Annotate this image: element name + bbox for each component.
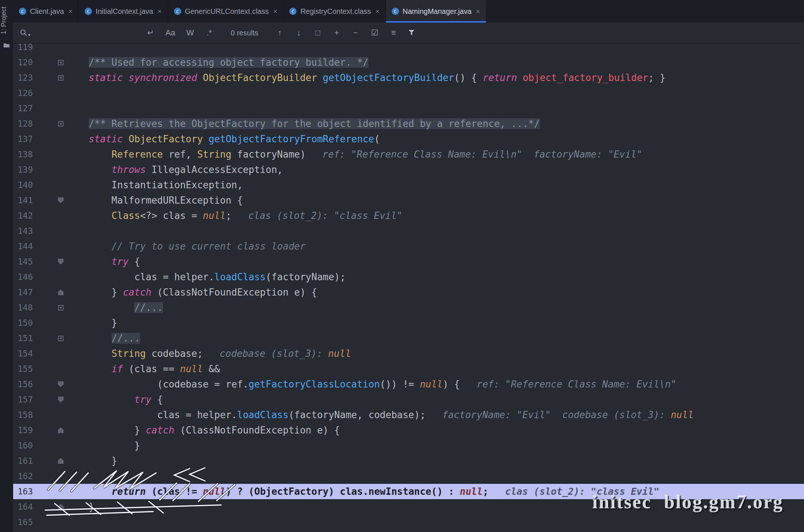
code-line[interactable]: 162 <box>13 469 804 484</box>
fold-down-icon[interactable] <box>33 259 89 265</box>
line-number[interactable]: 165 <box>13 517 33 527</box>
fold-plus-icon[interactable] <box>33 121 89 127</box>
line-number[interactable]: 138 <box>13 150 33 159</box>
code-line[interactable]: 155 if (clas == null && <box>13 361 804 377</box>
line-number[interactable]: 146 <box>13 272 33 282</box>
prev-occurrence-button[interactable]: ↑ <box>276 28 284 38</box>
new-line-icon[interactable]: ↵ <box>147 28 155 38</box>
fold-plus-icon[interactable] <box>33 75 89 81</box>
line-number[interactable]: 145 <box>13 257 33 266</box>
line-number[interactable]: 126 <box>13 88 33 98</box>
line-number[interactable]: 151 <box>13 334 33 343</box>
line-number[interactable]: 157 <box>13 395 33 404</box>
code-line[interactable]: 154 String codebase;codebase (slot_3): n… <box>13 346 804 361</box>
line-number[interactable]: 128 <box>13 119 33 128</box>
line-number[interactable]: 155 <box>13 364 33 374</box>
fold-up-icon[interactable] <box>33 289 89 295</box>
code-line[interactable]: 119 <box>13 43 804 55</box>
line-number[interactable]: 161 <box>13 456 33 466</box>
fold-down-icon[interactable] <box>33 381 89 387</box>
filter-icon[interactable] <box>408 30 415 36</box>
fold-down-icon[interactable] <box>33 197 89 203</box>
fold-down-icon[interactable] <box>33 397 89 402</box>
line-number[interactable]: 127 <box>13 104 33 113</box>
code-line[interactable]: 144 // Try to use current class loader <box>13 239 804 254</box>
code-line[interactable]: 145 try { <box>13 254 804 269</box>
code-line[interactable]: 161 } <box>13 453 804 469</box>
code-line[interactable]: 120/** Used for accessing object factory… <box>13 55 804 70</box>
line-number[interactable]: 160 <box>13 441 33 450</box>
code-line[interactable]: 137static ObjectFactory getObjectFactory… <box>13 131 804 147</box>
fold-plus-icon[interactable] <box>33 60 89 65</box>
code-line[interactable]: 160 } <box>13 438 804 453</box>
close-icon[interactable]: × <box>273 7 278 16</box>
line-number[interactable]: 158 <box>13 410 33 420</box>
line-number[interactable]: 119 <box>13 43 33 52</box>
code-line[interactable]: 140 InstantiationException, <box>13 177 804 193</box>
line-number[interactable]: 140 <box>13 180 33 190</box>
line-number[interactable]: 141 <box>13 196 33 205</box>
code-line[interactable]: 159 } catch (ClassNotFoundException e) { <box>13 423 804 438</box>
close-icon[interactable]: × <box>68 7 73 16</box>
add-occurrence-button[interactable]: + <box>333 28 341 38</box>
code-line[interactable]: 142 Class<?> clas = null;clas (slot_2): … <box>13 208 804 223</box>
close-icon[interactable]: × <box>476 7 480 16</box>
open-in-find-window-button[interactable]: □ <box>314 28 322 38</box>
code-line[interactable]: 148 //... <box>13 300 804 315</box>
tab-client-java[interactable]: CClient.java× <box>13 0 79 23</box>
line-number[interactable]: 147 <box>13 288 33 297</box>
line-number[interactable]: 120 <box>13 58 33 67</box>
remove-occurrence-button[interactable]: − <box>352 28 360 38</box>
line-number[interactable]: 154 <box>13 349 33 358</box>
fold-up-icon[interactable] <box>33 504 89 510</box>
code-line[interactable]: 157 try { <box>13 392 804 407</box>
match-case-button[interactable]: Aa <box>166 28 175 38</box>
code-line[interactable]: 146 clas = helper.loadClass(factoryName)… <box>13 269 804 285</box>
code-line[interactable]: 127 <box>13 101 804 116</box>
tab-initialcontext-java[interactable]: CInitialContext.java× <box>79 0 168 23</box>
project-stripe-label[interactable]: 1: Project <box>0 4 13 37</box>
code-line[interactable]: 165 <box>13 514 804 530</box>
code-line[interactable]: 156 (codebase = ref.getFactoryClassLocat… <box>13 377 804 392</box>
line-number[interactable]: 142 <box>13 211 33 220</box>
search-input[interactable] <box>36 25 147 41</box>
line-number[interactable]: 159 <box>13 425 33 435</box>
tab-registrycontext-class[interactable]: CRegistryContext.class× <box>283 0 386 23</box>
fold-plus-icon[interactable] <box>33 305 89 311</box>
line-number[interactable]: 156 <box>13 379 33 389</box>
code-line[interactable]: 143 <box>13 223 804 239</box>
next-occurrence-button[interactable]: ↓ <box>295 28 303 38</box>
code-line[interactable]: 150 } <box>13 315 804 331</box>
fold-plus-icon[interactable] <box>33 336 89 341</box>
code-line[interactable]: 151 //... <box>13 331 804 346</box>
code-line[interactable]: 158 clas = helper.loadClass(factoryName,… <box>13 407 804 423</box>
search-icon[interactable]: ▾ <box>20 29 31 37</box>
code-line[interactable]: 123static synchronized ObjectFactoryBuil… <box>13 70 804 85</box>
line-number[interactable]: 148 <box>13 303 33 312</box>
close-icon[interactable]: × <box>158 7 162 16</box>
match-words-button[interactable]: W <box>186 28 194 38</box>
regex-button[interactable]: .* <box>205 28 213 38</box>
line-number[interactable]: 137 <box>13 134 33 144</box>
code-line[interactable]: 126 <box>13 85 804 101</box>
line-number[interactable]: 123 <box>13 73 33 82</box>
code-line[interactable]: 139 throws IllegalAccessException, <box>13 162 804 177</box>
fold-up-icon[interactable] <box>33 458 89 464</box>
select-all-occurrences-button[interactable]: ☑ <box>371 28 379 38</box>
code-line[interactable]: 138 Reference ref, String factoryName)re… <box>13 147 804 162</box>
code-line[interactable]: 128/** Retrieves the ObjectFactory for t… <box>13 116 804 131</box>
line-number[interactable]: 144 <box>13 242 33 251</box>
tab-genericurlcontext-class[interactable]: CGenericURLContext.class× <box>168 0 284 23</box>
line-number[interactable]: 162 <box>13 471 33 481</box>
line-number[interactable]: 163 <box>13 487 33 496</box>
folder-icon[interactable] <box>3 42 10 48</box>
close-icon[interactable]: × <box>375 7 380 16</box>
line-number[interactable]: 139 <box>13 165 33 174</box>
tab-namingmanager-java[interactable]: CNamingManager.java× <box>386 0 487 23</box>
filter-search-lines-button[interactable]: ≡ <box>390 28 398 38</box>
fold-up-icon[interactable] <box>33 427 89 433</box>
code-line[interactable]: 141 MalformedURLException { <box>13 193 804 208</box>
line-number[interactable]: 150 <box>13 318 33 328</box>
line-number[interactable]: 164 <box>13 502 33 512</box>
line-number[interactable]: 143 <box>13 226 33 236</box>
